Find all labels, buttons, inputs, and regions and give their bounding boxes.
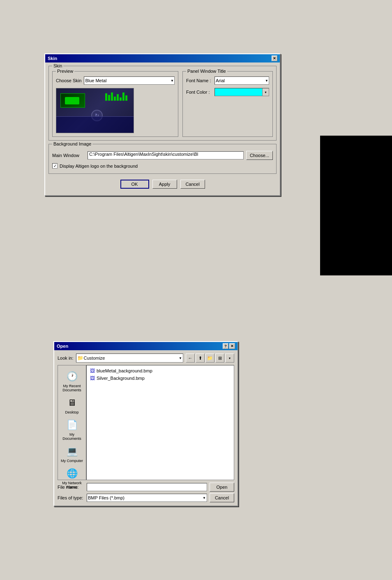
open-bottom: File name: Open Files of type: BMP Files… [58, 483, 234, 502]
open-dialog-titlebar-buttons: ? ✕ [223, 343, 235, 349]
font-name-row: Font Name : Arial Tahoma Verdana [186, 76, 269, 85]
preview-chooser: Choose Skin Blue Metal Silver Default [56, 76, 175, 85]
lookin-select[interactable]: Customize [76, 354, 183, 363]
views-dropdown-btn[interactable]: ▼ [225, 354, 234, 363]
file-name-1: blueMetal_background.bmp [97, 368, 152, 373]
skin-dialog: Skin ✕ Skin Preview Choose Skin Blue Met… [44, 53, 281, 196]
file-icon-1: 🖼 [90, 368, 95, 374]
open-button[interactable]: Open [210, 483, 234, 492]
desktop-label: Desktop [65, 410, 78, 414]
lookin-label: Look in: [58, 356, 74, 360]
background-image-group: Background Image Main Window C:\Program … [48, 144, 277, 174]
skin-dialog-titlebar: Skin ✕ [45, 54, 280, 62]
file-icon-2: 🖼 [90, 375, 95, 381]
preview-group: Preview Choose Skin Blue Metal Silver De… [52, 71, 178, 137]
font-color-label: Font Color : [186, 90, 213, 95]
bg-path-input[interactable]: C:\Program Files\Altigen\MaxInSight\skin… [88, 151, 244, 159]
up-button[interactable]: ⬆ [196, 354, 205, 363]
filetype-label: Files of type: [58, 495, 84, 500]
my-network-icon: 🌐 [65, 467, 78, 480]
panel-group-label: Panel Window Title [186, 69, 227, 74]
display-logo-row: ✓ Display Altigen logo on the background [52, 163, 273, 169]
file-name-2: Silver_Background.bmp [97, 376, 145, 381]
skin-inner: Preview Choose Skin Blue Metal Silver De… [52, 71, 273, 137]
panel-window-title-group: Panel Window Title Font Name : Arial Tah… [182, 71, 273, 137]
skin-preview-green-panel [60, 93, 85, 108]
new-folder-button[interactable]: 📁 [205, 354, 214, 363]
skin-dialog-titlebar-buttons: ✕ [272, 55, 277, 61]
skin-preview-sim: ↻ [56, 88, 134, 133]
cancel-button[interactable]: Cancel [180, 180, 205, 189]
bar-4 [114, 97, 116, 101]
sidebar-desktop[interactable]: 🖥 Desktop [60, 395, 84, 416]
choose-button[interactable]: Choose... [246, 151, 273, 160]
desktop-icon: 🖥 [65, 396, 78, 409]
font-name-select-wrapper: Arial Tahoma Verdana [214, 76, 269, 85]
bar-7 [122, 92, 125, 101]
file-item-2[interactable]: 🖼 Silver_Background.bmp [88, 374, 232, 382]
choose-skin-select-wrapper: Blue Metal Silver Default [84, 76, 175, 85]
lookin-select-wrapper: 📁 Customize [76, 354, 183, 363]
open-dialog-close-btn[interactable]: ✕ [229, 343, 235, 349]
lookin-bar: Look in: 📁 Customize ← ⬆ 📁 ⊞ ▼ [58, 354, 234, 363]
display-logo-label: Display Altigen logo on the background [60, 164, 138, 169]
my-documents-icon: 📄 [65, 418, 78, 432]
choose-skin-label: Choose Skin [56, 78, 81, 83]
views-button[interactable]: ⊞ [215, 354, 224, 363]
main-window-label: Main Window [52, 153, 85, 158]
font-color-swatch-wrapper[interactable]: ▼ [214, 88, 269, 96]
bg-inner: Main Window C:\Program Files\Altigen\Max… [52, 149, 273, 170]
open-toolbar-buttons: ← ⬆ 📁 ⊞ ▼ [186, 354, 234, 363]
filetype-select-wrapper: BMP Files (*.bmp) All Files (*.*) [87, 494, 207, 502]
open-sidebar: 🕐 My Recent Documents 🖥 Desktop 📄 My Doc… [58, 365, 86, 480]
preview-group-label: Preview [56, 69, 74, 74]
sidebar-recent-docs[interactable]: 🕐 My Recent Documents [60, 369, 84, 393]
back-button[interactable]: ← [186, 354, 195, 363]
main-window-row: Main Window C:\Program Files\Altigen\Max… [52, 151, 273, 160]
bar-2 [108, 95, 110, 101]
sidebar-my-computer[interactable]: 💻 My Computer [60, 444, 84, 464]
sidebar-my-documents[interactable]: 📄 My Documents [60, 417, 84, 442]
font-name-select[interactable]: Arial Tahoma Verdana [214, 76, 269, 85]
recent-docs-icon: 🕐 [65, 370, 78, 383]
ok-button[interactable]: OK [120, 180, 149, 189]
recent-docs-label: My Recent Documents [61, 384, 83, 392]
font-name-label: Font Name : [186, 78, 213, 83]
skin-group-box: Skin Preview Choose Skin Blue Metal Silv… [48, 66, 277, 141]
bar-3 [111, 92, 113, 101]
skin-group-label: Skin [52, 63, 63, 68]
open-dialog: Open ? ✕ Look in: 📁 Customize ← ⬆ 📁 ⊞ ▼ [53, 341, 238, 506]
my-computer-label: My Computer [61, 459, 83, 463]
my-documents-label: My Documents [61, 432, 83, 441]
bar-6 [120, 97, 122, 101]
font-color-dropdown-btn[interactable]: ▼ [262, 88, 269, 96]
my-computer-icon: 💻 [65, 445, 78, 458]
bar-1 [105, 93, 107, 101]
open-dialog-titlebar: Open ? ✕ [54, 342, 238, 350]
skin-dialog-title: Skin [48, 56, 57, 61]
choose-skin-select[interactable]: Blue Metal Silver Default [84, 76, 175, 85]
font-color-row: Font Color : ▼ [186, 88, 269, 96]
skin-preview-bottom [56, 116, 134, 133]
skin-dialog-footer: OK Apply Cancel [48, 177, 277, 192]
bar-5 [117, 94, 119, 101]
file-item-1[interactable]: 🖼 blueMetal_background.bmp [88, 367, 232, 374]
open-dialog-help-btn[interactable]: ? [223, 343, 228, 349]
filetype-select[interactable]: BMP Files (*.bmp) All Files (*.*) [87, 494, 207, 502]
open-dialog-body: Look in: 📁 Customize ← ⬆ 📁 ⊞ ▼ 🕐 [54, 350, 238, 506]
bar-8 [125, 95, 127, 101]
open-dialog-title: Open [57, 344, 68, 349]
skin-preview-image: ↻ [56, 88, 134, 133]
open-cancel-button[interactable]: Cancel [210, 493, 234, 502]
skin-dialog-close-btn[interactable]: ✕ [272, 55, 277, 61]
open-main-area: 🕐 My Recent Documents 🖥 Desktop 📄 My Doc… [58, 365, 234, 480]
lookin-folder-icon: 📁 [77, 355, 83, 361]
bg-group-label: Background Image [52, 141, 92, 146]
apply-button[interactable]: Apply [152, 180, 177, 189]
filename-input[interactable] [87, 483, 207, 491]
filename-label: File name: [58, 485, 84, 490]
font-color-swatch [215, 88, 262, 96]
display-logo-checkbox[interactable]: ✓ [52, 163, 58, 169]
skin-preview-bars [105, 92, 127, 101]
open-filelist: 🖼 blueMetal_background.bmp 🖼 Silver_Back… [86, 365, 234, 480]
